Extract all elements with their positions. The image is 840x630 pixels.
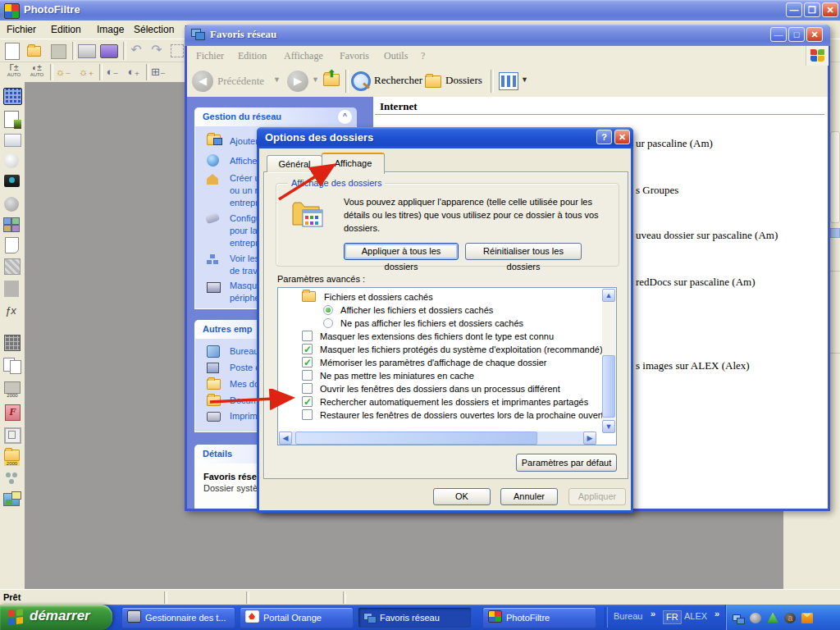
undo-icon[interactable]: ↶ bbox=[127, 42, 145, 57]
network-item[interactable]: ur pascaline (Am) bbox=[636, 137, 713, 150]
cancel-button[interactable]: Annuler bbox=[500, 488, 558, 505]
frame-icon[interactable] bbox=[4, 427, 21, 444]
reset-all-folders-button[interactable]: Réinitialiser tous les dossiers bbox=[465, 243, 582, 260]
auto-levels-icon[interactable]: Γ± AUTO bbox=[4, 64, 24, 78]
option-restore-windows[interactable]: Restaurer les fenêtres de dossiers ouver… bbox=[302, 409, 612, 422]
add-network-place-icon[interactable] bbox=[207, 135, 221, 145]
network-item[interactable]: uveau dossier sur pascaline (Am) bbox=[636, 229, 778, 242]
explorer-close-button[interactable]: ✕ bbox=[806, 27, 823, 42]
back-button-icon[interactable]: ◀ bbox=[192, 71, 213, 92]
update-tray-icon[interactable] bbox=[767, 613, 778, 623]
toolbar-grip[interactable] bbox=[605, 607, 608, 628]
menu-image[interactable]: Image bbox=[97, 21, 124, 39]
workgroup-icon[interactable] bbox=[207, 254, 218, 264]
ok-button[interactable]: OK bbox=[433, 488, 491, 505]
monitor-icon[interactable] bbox=[4, 134, 21, 147]
tree-root-row[interactable]: Fichiers et dossiers cachés bbox=[302, 290, 433, 304]
palette-squares-icon[interactable] bbox=[3, 217, 20, 232]
texture-swatch-icon[interactable] bbox=[4, 258, 21, 275]
option-no-thumb-cache[interactable]: Ne pas mettre les miniatures en cache bbox=[302, 369, 474, 382]
globe-icon[interactable] bbox=[4, 197, 19, 212]
open-file-icon[interactable] bbox=[27, 46, 41, 57]
taskbar-task-portail-orange[interactable]: Portail Orange bbox=[240, 607, 354, 628]
option-hide-protected[interactable]: Masquer les fichiers protégés du système… bbox=[302, 343, 603, 356]
taskbar-task-favoris-reseau[interactable]: Favoris réseau bbox=[358, 607, 472, 628]
explorer-menu-affichage[interactable]: Affichage bbox=[284, 46, 323, 66]
back-button-label[interactable]: Précédente bbox=[217, 75, 264, 88]
dialog-close-button[interactable]: ✕ bbox=[614, 130, 630, 144]
network-item[interactable]: redDocs sur pascaline (Am) bbox=[636, 276, 755, 289]
up-folder-icon[interactable]: ⬆ bbox=[323, 74, 340, 86]
views-icon[interactable] bbox=[499, 72, 518, 90]
taskbar-task-photofiltre[interactable]: PhotoFiltre bbox=[482, 607, 596, 628]
wireless-setup-icon[interactable] bbox=[205, 212, 220, 224]
search-icon[interactable] bbox=[351, 71, 371, 91]
photofiltre-minimize-button[interactable]: — bbox=[786, 2, 802, 17]
auto-contrast-icon[interactable]: ◐± AUTO bbox=[27, 64, 47, 78]
new-file-icon[interactable] bbox=[5, 43, 20, 60]
pages-duo-icon[interactable] bbox=[3, 358, 15, 372]
contrast-plus-icon[interactable]: ◐₊ bbox=[125, 64, 143, 80]
menu-fichier[interactable]: Fichier bbox=[7, 21, 36, 39]
film-page-icon[interactable] bbox=[4, 111, 19, 128]
photofiltre-restore-button[interactable]: ❐ bbox=[804, 2, 820, 17]
explorer-menu-fichier[interactable]: Fichier bbox=[196, 46, 224, 66]
option-separate-process[interactable]: Ouvrir les fenêtres des dossiers dans un… bbox=[302, 382, 560, 395]
forward-dropdown-icon[interactable]: ▼ bbox=[312, 75, 319, 84]
soft-circle-icon[interactable] bbox=[4, 153, 19, 168]
restore-defaults-button[interactable]: Paramètres par défaut bbox=[516, 454, 617, 472]
dots-cluster-icon[interactable] bbox=[5, 472, 18, 486]
scroll-left-button[interactable]: ◀ bbox=[279, 431, 292, 445]
scroll-right-button[interactable]: ▶ bbox=[583, 431, 596, 445]
volume-tray-icon[interactable] bbox=[750, 613, 761, 623]
saturation-minus-icon[interactable]: ⊞₋ bbox=[149, 64, 167, 80]
dialog-titlebar[interactable]: Options des dossiers ? ✕ bbox=[257, 127, 633, 148]
back-dropdown-icon[interactable]: ▼ bbox=[273, 75, 281, 84]
horizontal-scroll-thumb[interactable] bbox=[295, 431, 537, 445]
option-auto-search-shares[interactable]: Rechercher automatiquement les dossiers … bbox=[302, 395, 588, 409]
menu-selection[interactable]: Sélection bbox=[134, 21, 174, 39]
scroll-up-button[interactable]: ▲ bbox=[602, 289, 615, 302]
brightness-minus-icon[interactable]: ☼₋ bbox=[54, 64, 72, 80]
my-computer-icon[interactable] bbox=[207, 363, 219, 373]
network-panel-header[interactable]: Gestion du réseau ^ bbox=[194, 107, 357, 126]
brightness-plus-icon[interactable]: ☼₊ bbox=[77, 64, 95, 80]
desktop-icon[interactable] bbox=[207, 345, 220, 358]
option-show-hidden[interactable]: Afficher les fichiers et dossiers cachés bbox=[323, 304, 493, 317]
network-connections-icon[interactable] bbox=[207, 154, 219, 167]
photofiltre-close-button[interactable]: ✕ bbox=[822, 2, 838, 17]
antivirus-tray-icon[interactable]: a bbox=[784, 613, 796, 623]
explorer-maximize-button[interactable]: □ bbox=[788, 27, 805, 42]
grid-icon[interactable] bbox=[4, 335, 21, 351]
other-place-item[interactable]: Bureau bbox=[230, 346, 258, 356]
page-curl-icon[interactable] bbox=[5, 237, 19, 253]
start-button[interactable]: démarrer bbox=[0, 605, 112, 630]
folder-2000-icon[interactable]: 2000 bbox=[4, 450, 20, 466]
photofiltre-titlebar[interactable]: PhotoFiltre — ❐ ✕ bbox=[0, 0, 840, 21]
bureau-toolbar-label[interactable]: Bureau bbox=[614, 611, 642, 621]
calculator-icon[interactable] bbox=[3, 88, 22, 105]
network-tray-icon[interactable] bbox=[733, 613, 744, 623]
option-remember-view[interactable]: Mémoriser les paramètres d'affichage de … bbox=[302, 356, 547, 369]
redo-icon[interactable]: ↷ bbox=[148, 42, 166, 57]
explorer-menu-edition[interactable]: Edition bbox=[238, 46, 267, 66]
vertical-scroll-thumb[interactable] bbox=[602, 355, 615, 418]
folders-label[interactable]: Dossiers bbox=[445, 74, 482, 87]
language-indicator[interactable]: FR bbox=[663, 610, 682, 624]
forward-button-icon[interactable]: ▶ bbox=[287, 71, 308, 92]
collapse-chevron-icon[interactable]: ^ bbox=[338, 110, 352, 124]
print-icon[interactable] bbox=[78, 44, 96, 58]
menu-edition[interactable]: Edition bbox=[51, 21, 81, 39]
vertical-scrollbar[interactable]: ▲ ▼ bbox=[602, 289, 615, 433]
views-dropdown-icon[interactable]: ▼ bbox=[521, 75, 528, 84]
bureau-chevron[interactable]: » bbox=[651, 609, 655, 619]
explorer-titlebar[interactable]: Favoris réseau — □ ✕ bbox=[185, 25, 830, 46]
user-chevron[interactable]: » bbox=[714, 609, 719, 619]
folders-icon[interactable] bbox=[425, 75, 441, 88]
script-f-icon[interactable]: F bbox=[5, 404, 21, 421]
option-hide-hidden[interactable]: Ne pas afficher les fichiers et dossiers… bbox=[323, 317, 523, 330]
scroll-down-button[interactable]: ▼ bbox=[602, 420, 615, 433]
photos-icon[interactable] bbox=[3, 493, 20, 506]
printers-icon[interactable] bbox=[207, 412, 221, 422]
camera-icon[interactable] bbox=[4, 175, 20, 187]
